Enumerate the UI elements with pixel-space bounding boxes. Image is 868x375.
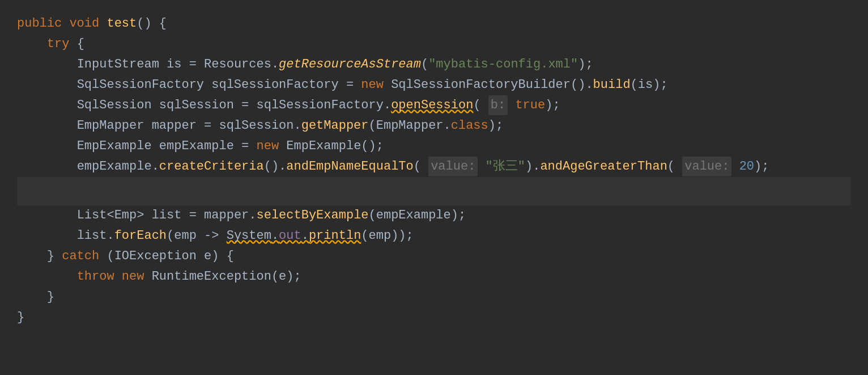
paren-5a: (	[473, 95, 488, 115]
method-println: println	[309, 229, 361, 243]
dot4: ().	[571, 75, 593, 95]
paren-4: (is);	[631, 75, 668, 95]
class-empexample2: EmpExample	[286, 136, 361, 156]
indent-12	[17, 267, 77, 286]
paren-8b: (	[414, 157, 428, 176]
space-5	[508, 95, 515, 115]
string-mybatis-config: "mybatis-config.xml"	[428, 54, 578, 74]
code-line-6: EmpMapper mapper = sqlSession.getMapper(…	[17, 116, 851, 136]
paren-8c: (	[667, 157, 682, 176]
type-inputstream: InputStream	[77, 54, 167, 74]
paren-6b: );	[488, 116, 503, 136]
method-getresourceasstream: getResourceAsStream	[279, 54, 421, 74]
code-line-4: SqlSessionFactory sqlSessionFactory = ne…	[17, 75, 851, 95]
var-list: list = mapper.	[152, 205, 257, 225]
type-sqlsession: SqlSession	[77, 95, 159, 115]
number-20: 20	[739, 157, 754, 176]
code-line-12: throw new RuntimeException(e);	[17, 267, 851, 287]
keyword-catch: catch	[62, 246, 107, 266]
squiggle-system-out: System.out.println	[227, 226, 361, 246]
dot1: .	[271, 54, 279, 74]
indent-5	[17, 95, 77, 115]
dot-system: .	[271, 229, 279, 243]
code-line-1: public void test() {	[17, 14, 851, 34]
code-line-3: InputStream is = Resources.getResourceAs…	[17, 54, 851, 75]
paren-8a: ().	[264, 157, 287, 176]
paren-7: ();	[361, 136, 384, 156]
opensession-text: openSession	[391, 98, 473, 112]
keyword-class: class	[451, 116, 488, 136]
paren-12: (e);	[271, 267, 301, 286]
brace-close-14: }	[17, 307, 24, 327]
dot-out: .	[301, 229, 309, 243]
paren-11a: (	[107, 246, 114, 266]
var-mapper: mapper = sqlSession.	[152, 116, 301, 136]
class-resources: Resources	[204, 54, 271, 74]
var-e: e) {	[204, 246, 234, 266]
paren-6a: (	[369, 116, 376, 136]
class-system: System	[227, 229, 271, 243]
type-empexample: EmpExample	[77, 136, 159, 156]
indent-10	[17, 226, 77, 246]
type-list: List<Emp>	[77, 205, 152, 225]
paren-3b: );	[578, 54, 593, 74]
keyword-try: try	[47, 34, 77, 54]
method-foreach: forEach	[114, 226, 167, 246]
class-ioexception: IOException	[114, 246, 204, 266]
paren-5b: );	[545, 95, 560, 115]
method-andagegreaterthan: andAgeGreaterThan	[540, 157, 667, 176]
var-empexample: empExample =	[159, 136, 257, 156]
brace-close-13: }	[47, 287, 54, 307]
var-sqlsession: sqlSession = sqlSessionFactory.	[159, 95, 391, 115]
keyword-new3: new	[122, 267, 152, 286]
paren-9: (empExample);	[369, 205, 466, 225]
code-editor: public void test() { try { InputStream i…	[0, 0, 868, 375]
paren-8d: );	[754, 157, 769, 176]
indent-9	[17, 205, 77, 225]
class-runtimeexception: RuntimeException	[152, 267, 271, 286]
param-hint-b: b:	[488, 95, 508, 115]
var-is: is =	[167, 54, 204, 74]
var-list2: list.	[77, 226, 114, 246]
indent-8	[17, 157, 77, 176]
code-line-14: }	[17, 307, 851, 328]
paren-10a: (emp ->	[167, 226, 227, 246]
code-line-2: try {	[17, 34, 851, 54]
method-opensession: openSession	[391, 95, 473, 115]
param-hint-value2: value:	[682, 157, 731, 176]
method-test: test	[107, 14, 137, 33]
class-empmapper2: EmpMapper	[376, 116, 444, 136]
var-sqlsessionfactory: sqlSessionFactory =	[211, 75, 361, 95]
code-line-5: SqlSession sqlSession = sqlSessionFactor…	[17, 95, 851, 116]
code-line-8: empExample.createCriteria().andEmpNameEq…	[17, 157, 851, 177]
method-andempnameequalto: andEmpNameEqualTo	[286, 157, 413, 176]
class-sqlsessionfactorybuilder: SqlSessionFactoryBuilder	[391, 75, 571, 95]
code-line-13: }	[17, 287, 851, 307]
code-line-11: } catch (IOException e) {	[17, 246, 851, 267]
code-line-7: EmpExample empExample = new EmpExample()…	[17, 136, 851, 157]
brace-close: }	[47, 246, 62, 266]
keyword-throw: throw	[77, 267, 122, 286]
keyword-new2: new	[257, 136, 287, 156]
code-line-10: list.forEach(emp -> System.out.println(e…	[17, 226, 851, 246]
keyword-void: void	[69, 14, 107, 33]
field-out: out	[279, 229, 301, 243]
dot-8: ).	[525, 157, 540, 176]
code-line-9: List<Emp> list = mapper.selectByExample(…	[17, 205, 851, 226]
keyword-true: true	[515, 95, 545, 115]
space-8b	[731, 157, 739, 176]
indent-7	[17, 136, 77, 156]
type-sqlsessionfactory: SqlSessionFactory	[77, 75, 212, 95]
indent-3	[17, 54, 77, 74]
indent-2	[17, 34, 47, 54]
param-hint-value1: value:	[428, 157, 478, 176]
indent-6	[17, 116, 77, 136]
method-getmapper: getMapper	[301, 116, 369, 136]
method-createcriteria: createCriteria	[159, 157, 264, 176]
code-separator	[17, 177, 851, 205]
paren-10b: (emp));	[361, 226, 413, 246]
paren-3a: (	[421, 54, 428, 74]
method-build: build	[593, 75, 631, 95]
string-zhangsan: "张三"	[486, 157, 525, 176]
brace: {	[77, 34, 84, 54]
